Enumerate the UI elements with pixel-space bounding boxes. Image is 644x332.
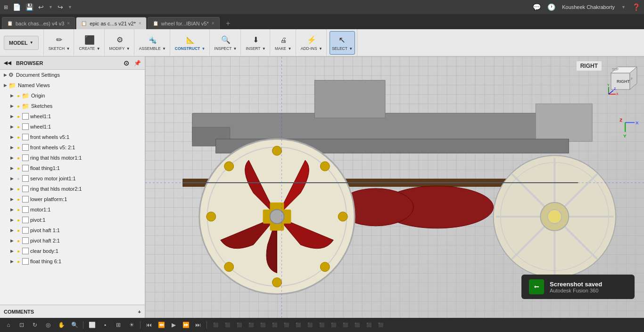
eye-icon-platform[interactable]: ● [15, 196, 22, 202]
clock-icon[interactable]: 🕐 [547, 3, 555, 11]
zoom-button[interactable]: 🔍 [69, 320, 80, 330]
sidebar-collapse-icon[interactable]: ◀◀ [4, 60, 11, 65]
display-settings-button[interactable]: ⬜ [86, 320, 98, 330]
make-button[interactable]: 🖨 MAKE ▼ [273, 31, 294, 55]
sim-back-button[interactable]: ⏮ [143, 320, 155, 330]
eye-icon-pivot-haft2[interactable]: ● [15, 237, 22, 244]
sidebar-item-ring-motor1[interactable]: ▶ ● ring that hlds motor1:1 [0, 153, 145, 163]
visual-style-button[interactable]: ▪ [99, 320, 111, 330]
tab-2-close[interactable]: × [139, 21, 141, 26]
eye-icon-pivot[interactable]: ● [15, 217, 22, 223]
motion-btn-6[interactable]: ⬛ [269, 320, 280, 330]
sim-play-button[interactable]: ▶ [168, 320, 179, 330]
add-comment-icon[interactable]: + [138, 309, 141, 315]
motion-btn-8[interactable]: ⬛ [292, 320, 304, 330]
eye-icon-servo[interactable]: ● [15, 175, 22, 182]
eye-icon-ring2[interactable]: ● [15, 186, 22, 192]
user-dropdown-icon[interactable]: ▼ [621, 5, 626, 9]
eye-icon-wheel1-1a[interactable]: ● [15, 113, 22, 120]
motion-btn-1[interactable]: ⬛ [210, 320, 221, 330]
viewport[interactable]: X Y Z RIGHT RIGHT TOP F [145, 57, 644, 318]
motion-btn-7[interactable]: ⬛ [281, 320, 292, 330]
sidebar-options-icon[interactable]: ⊙ [124, 59, 129, 67]
fit-to-window-button[interactable]: ⊡ [16, 320, 27, 330]
inspect-button[interactable]: 🔍 INSPECT ▼ [213, 31, 239, 55]
sidebar-pin-icon[interactable]: 📌 [134, 60, 141, 66]
sidebar-item-origin[interactable]: ▶ ● 📁 Origin [0, 90, 145, 101]
modify-button[interactable]: ⚙ MODIFY ▼ [107, 31, 132, 55]
tab-1-close[interactable]: × [67, 21, 70, 26]
model-dropdown-button[interactable]: MODEL ▼ [4, 36, 39, 50]
home-view-button[interactable]: ⌂ [3, 320, 14, 330]
construct-button[interactable]: 📐 CONSTRUCT ▼ [173, 31, 207, 55]
sim-end-button[interactable]: ⏭ [192, 320, 204, 330]
sidebar-item-wheel1-1a[interactable]: ▶ ● wheel1:1 [0, 111, 145, 121]
eye-icon-sketches[interactable]: ● [15, 103, 22, 109]
sidebar-item-sketches[interactable]: ▶ ● 📁 Sketches [0, 101, 145, 111]
motion-btn-5[interactable]: ⬛ [257, 320, 268, 330]
motion-btn-11[interactable]: ⬛ [328, 320, 339, 330]
sidebar-item-front-wheels-1[interactable]: ▶ ● front wheels v5:1 [0, 132, 145, 142]
motion-btn-12[interactable]: ⬛ [339, 320, 351, 330]
eye-icon-float6[interactable]: ● [15, 258, 22, 265]
sidebar-item-pivot[interactable]: ▶ ● pivot:1 [0, 215, 145, 225]
sidebar-item-ring-motor2[interactable]: ▶ ● ring that hlds motor2:1 [0, 184, 145, 194]
undo-icon[interactable]: ↩ [38, 3, 44, 11]
tab-1[interactable]: 📋 back chas...es) v4 v3 × [2, 17, 75, 29]
chat-icon[interactable]: 💬 [533, 3, 541, 11]
grid-icon[interactable]: ⊞ [4, 4, 8, 10]
look-at-button[interactable]: ◎ [42, 320, 54, 330]
sidebar-item-document-settings[interactable]: ▶ ⚙ Document Settings [0, 70, 145, 80]
sketch-button[interactable]: ✏ SKETCH ▼ [47, 31, 72, 55]
save-icon[interactable]: 💾 [25, 3, 33, 11]
eye-icon-wheel1-1b[interactable]: ● [15, 123, 22, 130]
motion-btn-3[interactable]: ⬛ [233, 320, 245, 330]
sidebar-item-lower-platform[interactable]: ▶ ● lower platform:1 [0, 194, 145, 204]
eye-icon-clear-body[interactable]: ● [15, 248, 22, 254]
tab-2[interactable]: 📋 epic as c...s v21 v2* × [76, 17, 147, 29]
undo-dropdown-icon[interactable]: ▼ [49, 5, 53, 9]
eye-icon-float1[interactable]: ● [15, 165, 22, 171]
comments-section[interactable]: COMMENTS + [0, 305, 145, 318]
help-icon[interactable]: ❓ [632, 3, 640, 11]
sim-prev-button[interactable]: ⏪ [156, 320, 167, 330]
sidebar-item-named-views[interactable]: ▶ 📁 Named Views [0, 80, 145, 90]
tab-3[interactable]: 📋 wheel for...IBIAN v5* × [148, 17, 220, 29]
orbit-button[interactable]: ↻ [29, 320, 41, 330]
tab-3-close[interactable]: × [212, 21, 215, 26]
motion-btn-2[interactable]: ⬛ [222, 320, 233, 330]
grid-settings-button[interactable]: ⊞ [113, 320, 124, 330]
file-icon[interactable]: 📄 [13, 3, 21, 11]
eye-icon-fwheels1[interactable]: ● [15, 134, 22, 140]
motion-btn-4[interactable]: ⬛ [245, 320, 256, 330]
eye-icon-motor1[interactable]: ● [15, 206, 22, 213]
create-button[interactable]: ⬛ CREATE ▼ [77, 31, 102, 55]
sidebar-item-servo-motor[interactable]: ▶ ● servo motor joint1:1 [0, 173, 145, 184]
sidebar-item-wheel1-1b[interactable]: ▶ ● wheel1:1 [0, 121, 145, 132]
pan-button[interactable]: ✋ [56, 320, 67, 330]
eye-icon-origin[interactable]: ● [15, 92, 22, 99]
redo-dropdown-icon[interactable]: ▼ [68, 5, 72, 9]
sidebar-item-pivot-haft1[interactable]: ▶ ● pivot haft 1:1 [0, 225, 145, 235]
environment-button[interactable]: ☀ [126, 320, 137, 330]
sidebar-item-front-wheels-2[interactable]: ▶ ● front wheels v5: 2:1 [0, 142, 145, 153]
select-button[interactable]: ↖ SELECT ▼ [330, 31, 355, 55]
motion-btn-9[interactable]: ⬛ [304, 320, 315, 330]
add-tab-button[interactable]: + [223, 18, 234, 29]
motion-btn-13[interactable]: ⬛ [351, 320, 363, 330]
motion-btn-10[interactable]: ⬛ [316, 320, 327, 330]
eye-icon-fwheels2[interactable]: ● [15, 144, 22, 151]
eye-icon-ring1[interactable]: ● [15, 154, 22, 161]
motion-btn-15[interactable]: ⬛ [375, 320, 386, 330]
view-cube[interactable]: RIGHT TOP F X Y Z [606, 61, 642, 97]
addins-button[interactable]: ⚡ ADD-INS ▼ [299, 31, 324, 55]
motion-btn-14[interactable]: ⬛ [363, 320, 374, 330]
insert-button[interactable]: ⬇ INSERT ▼ [244, 31, 267, 55]
redo-icon[interactable]: ↪ [58, 3, 63, 11]
sidebar-item-float-thing6[interactable]: ▶ ● float thing 6:1 [0, 256, 145, 267]
sidebar-item-motor1[interactable]: ▶ ● motor1:1 [0, 204, 145, 215]
sidebar-item-clear-body[interactable]: ▶ ● clear body:1 [0, 246, 145, 256]
sim-next-button[interactable]: ⏩ [180, 320, 191, 330]
eye-icon-pivot-haft1[interactable]: ● [15, 227, 22, 234]
sidebar-item-pivot-haft2[interactable]: ▶ ● pivot haft 2:1 [0, 235, 145, 246]
